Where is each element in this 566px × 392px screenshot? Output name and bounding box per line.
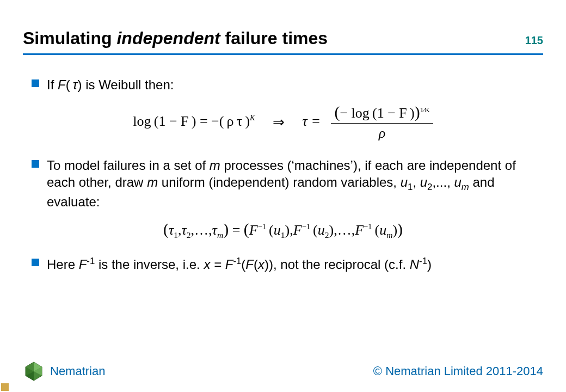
eq2-s1: 1 (174, 230, 178, 240)
b2-um: u (454, 175, 461, 189)
eq1-num-sup: 1⁄K (420, 106, 430, 114)
eq1-lhs-text: log (1 − F ) = −( ρ τ ) (133, 113, 250, 129)
b3-sup3: -1 (419, 256, 427, 266)
eq2-eq: = (229, 222, 244, 238)
eq2-us1: 1 (281, 230, 285, 240)
b3-x1: x = F (204, 257, 233, 272)
eq1-sup: K (250, 113, 255, 122)
eq2-lopen: ( (163, 220, 169, 238)
bullet-1-text: If F( τ) is Weibull then: (47, 76, 174, 93)
eq2-lclose: ) (223, 220, 229, 238)
equation-2: (τ1,τ2,…,τm) = (F−1 (u1),F−1 (u2),…,F−1 … (32, 220, 534, 240)
eq1-num-body: − log (1 − F ) (340, 105, 414, 121)
eq2-s2: 2 (187, 230, 191, 240)
eq2-invm: −1 (364, 223, 372, 231)
b3-F1: F (79, 257, 87, 272)
eq2-um: u (379, 222, 386, 238)
b3-mid: is the inverse, i.e. (95, 257, 204, 272)
b1-open: ( (66, 77, 73, 92)
eq2-usm: m (386, 230, 392, 240)
bullet-icon (32, 160, 39, 168)
eq2-Fm: F (355, 222, 364, 238)
slide: Simulating independent failure times 115… (0, 0, 566, 392)
title-prefix: Simulating (23, 28, 116, 48)
eq2-inv2: −1 (302, 223, 310, 231)
bullet-1: If F( τ) is Weibull then: (32, 76, 534, 93)
eq2-F2: F (293, 222, 302, 238)
eq2-rclose: ) (397, 220, 403, 238)
b2-m2: m (147, 175, 158, 189)
brand-name: Nematrian (50, 364, 105, 378)
eq1-fraction: (− log (1 − F ))1⁄K ρ (331, 103, 433, 142)
b2-u1: u (401, 175, 408, 189)
eq2-us2: 2 (325, 230, 329, 240)
b2-u2: u (420, 175, 427, 189)
b3-x2: x (258, 257, 264, 272)
eq1-lhs: log (1 − F ) = −( ρ τ )K (133, 113, 259, 129)
footer: Nematrian © Nematrian Limited 2011-2014 (23, 360, 543, 382)
eq2-dots2: ,…, (334, 222, 355, 238)
corner-marker-icon (1, 383, 9, 391)
b1-prefix: If (47, 77, 58, 92)
copyright: © Nematrian Limited 2011-2014 (373, 364, 543, 378)
b2-s1: 1 (408, 182, 413, 192)
eq1-tau-eq: τ = (303, 113, 321, 129)
eq2-ropen: ( (244, 220, 249, 238)
eq2-u1: u (274, 222, 281, 238)
b2-sm: m (462, 182, 469, 192)
eq1-rhs: τ = (− log (1 − F ))1⁄K ρ (303, 113, 433, 129)
b3-sup1: -1 (87, 256, 95, 266)
bullet-3-text: Here F-1 is the inverse, i.e. x = F-1(F(… (47, 255, 432, 273)
b2-mid2: uniform (independent) random variables, (158, 175, 401, 189)
eq2-dots1: ,…, (191, 222, 212, 238)
eq2-pc1: ) (285, 222, 290, 238)
equation-1: log (1 − F ) = −( ρ τ )K ⇒ τ = (− log (1… (32, 103, 534, 142)
b1-func: F (58, 77, 66, 92)
eq1-num-close: ) (415, 103, 420, 121)
b3-sup2: -1 (233, 256, 241, 266)
eq1-numerator: (− log (1 − F ))1⁄K (331, 103, 433, 124)
eq2-t1: τ (169, 222, 174, 238)
implies-arrow-icon: ⇒ (273, 114, 285, 131)
b2-c2: ,..., (432, 175, 454, 189)
eq2-sm: m (217, 230, 223, 240)
eq2-u2: u (318, 222, 325, 238)
nematrian-logo-icon (23, 360, 45, 382)
b1-close: ) is Weibull then: (77, 77, 174, 92)
b3-p2: ( (254, 257, 258, 272)
title-italic: independent (116, 28, 220, 48)
bullet-2: To model failures in a set of m processe… (32, 157, 534, 210)
eq2-tm: τ (212, 222, 217, 238)
b3-close: ) (427, 257, 432, 272)
b3-p3: )), not the reciprocal (c.f. (264, 257, 410, 272)
bullet-3: Here F-1 is the inverse, i.e. x = F-1(F(… (32, 255, 534, 273)
b2-m1: m (210, 158, 220, 173)
page-title: Simulating independent failure times (23, 28, 328, 48)
eq2-t2: τ (181, 222, 186, 238)
title-divider (23, 53, 543, 55)
bullet-2-text: To model failures in a set of m processe… (47, 157, 534, 210)
eq2-F1: F (249, 222, 258, 238)
eq2-po2: ( (313, 222, 318, 238)
eq1-num-open: ( (334, 103, 340, 121)
eq2-inv1: −1 (258, 223, 266, 231)
header: Simulating independent failure times 115 (23, 28, 543, 48)
eq2-pom: ( (375, 222, 380, 238)
b2-a: To model failures in a set of (47, 158, 210, 173)
eq2-po1: ( (269, 222, 274, 238)
eq2-pcm: ) (392, 222, 397, 238)
b3-prefix: Here (47, 257, 79, 272)
eq2-pc2: ) (329, 222, 334, 238)
b2-c1: , (413, 175, 420, 189)
eq1-denominator: ρ (331, 124, 433, 142)
slide-number: 115 (525, 34, 543, 47)
b3-N: N (410, 257, 419, 272)
brand-block: Nematrian (23, 360, 105, 382)
slide-body: If F( τ) is Weibull then: log (1 − F ) =… (32, 76, 534, 279)
b3-Fx: F (245, 257, 254, 272)
title-suffix: failure times (220, 28, 328, 48)
bullet-icon (32, 259, 39, 266)
bullet-icon (32, 79, 39, 87)
